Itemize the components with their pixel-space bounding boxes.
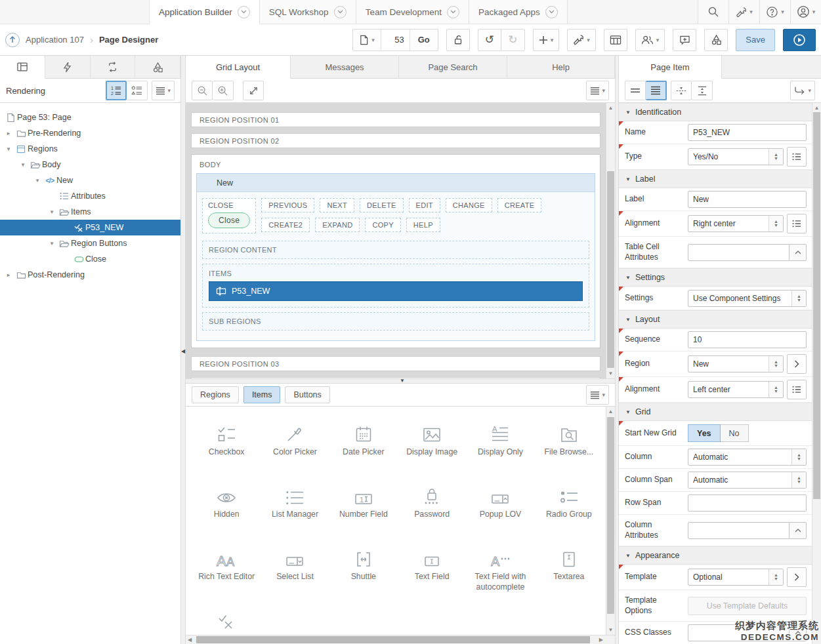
expanded-arrow-icon[interactable]: ▾ bbox=[46, 240, 58, 247]
tab-application-builder[interactable]: Application Builder bbox=[150, 0, 260, 24]
page-number-input[interactable] bbox=[381, 30, 410, 50]
tree-node-p53-new[interactable]: P53_NEW bbox=[0, 220, 180, 235]
chevron-down-icon[interactable] bbox=[447, 6, 459, 18]
gallery-item-password[interactable]: Password bbox=[398, 479, 466, 542]
gallery-item-popup-lov[interactable]: Popup LOV bbox=[466, 479, 534, 542]
gallery-item-display-only[interactable]: A Display Only bbox=[466, 417, 534, 479]
gallery-item-yes-no[interactable]: Yes/No bbox=[192, 604, 261, 635]
user-icon[interactable]: ▾ bbox=[790, 0, 821, 24]
gallery-item-checkbox[interactable]: Checkbox bbox=[192, 417, 261, 479]
scroll-thumb[interactable] bbox=[607, 417, 614, 614]
alignment-list-icon[interactable] bbox=[787, 214, 807, 233]
gallery-tab-regions[interactable]: Regions bbox=[192, 386, 239, 403]
template-select[interactable]: Optional▲▼ bbox=[688, 569, 784, 586]
tab-packaged-apps[interactable]: Packaged Apps bbox=[469, 0, 568, 24]
gallery-item-list-manager[interactable]: List Manager bbox=[261, 479, 329, 542]
zoom-out-icon[interactable] bbox=[192, 81, 213, 100]
use-template-defaults-button[interactable]: Use Template Defaults bbox=[688, 597, 807, 615]
expand-editor-icon[interactable] bbox=[789, 522, 807, 539]
spinner-icon[interactable]: ▲▼ bbox=[768, 382, 783, 397]
tree-node-page[interactable]: Page 53: Page bbox=[0, 110, 180, 125]
expanded-arrow-icon[interactable]: ▾ bbox=[3, 146, 14, 152]
column-attributes-input[interactable] bbox=[688, 522, 789, 539]
gallery-item-text-field[interactable]: Text Field bbox=[398, 542, 466, 604]
breadcrumb-application[interactable]: Application 107 bbox=[26, 35, 84, 45]
order-by-type-icon[interactable] bbox=[127, 81, 148, 100]
alignment-select[interactable]: Right center▲▼ bbox=[688, 215, 784, 232]
grid-columns-icon[interactable] bbox=[604, 29, 627, 51]
region-select[interactable]: New▲▼ bbox=[688, 355, 784, 372]
tree-node-items[interactable]: ▾ Items bbox=[0, 204, 180, 220]
go-to-region-icon[interactable] bbox=[787, 354, 807, 374]
button-slot[interactable]: PREVIOUS bbox=[261, 198, 314, 212]
tab-messages[interactable]: Messages bbox=[291, 56, 399, 78]
gallery-item-number-field[interactable]: 1 Number Field bbox=[329, 479, 398, 542]
gallery-item-hidden[interactable]: Hidden bbox=[192, 479, 261, 542]
gallery-vertical-scrollbar[interactable]: ▲ ▼ bbox=[606, 407, 615, 635]
search-icon[interactable] bbox=[698, 0, 728, 24]
tab-page-shared-components[interactable] bbox=[135, 56, 180, 78]
gallery-tab-items[interactable]: Items bbox=[243, 386, 281, 403]
scroll-right-icon[interactable]: ▶ bbox=[599, 637, 603, 643]
go-to-group-icon[interactable]: ▾ bbox=[790, 81, 815, 100]
chevron-down-icon[interactable] bbox=[545, 6, 558, 18]
spinner-icon[interactable]: ▲▼ bbox=[791, 291, 806, 306]
gallery-item-rich-text-editor[interactable]: AA Rich Text Editor bbox=[192, 542, 261, 604]
section-grid[interactable]: ▼Grid bbox=[619, 403, 812, 421]
section-appearance[interactable]: ▼Appearance bbox=[619, 546, 812, 565]
section-label[interactable]: ▼Label bbox=[619, 170, 812, 188]
tree-node-post-rendering[interactable]: ▸ Post-Rendering bbox=[0, 267, 180, 283]
region-position-02[interactable]: REGION POSITION 02 bbox=[191, 133, 600, 148]
expand-editor-icon[interactable] bbox=[789, 244, 807, 261]
row-span-input[interactable] bbox=[688, 494, 807, 512]
run-button[interactable] bbox=[783, 29, 816, 51]
gallery-horizontal-scrollbar[interactable]: ◀ ▶ bbox=[186, 635, 615, 644]
button-slot[interactable]: CREATE2 bbox=[261, 218, 310, 232]
gallery-item-file-browse[interactable]: File Browse... bbox=[535, 417, 603, 479]
gallery-item-shuttle[interactable]: Shuttle bbox=[329, 542, 398, 604]
page-select-icon[interactable]: ▾ bbox=[353, 30, 381, 50]
collapse-gallery-icon[interactable]: ▼ bbox=[400, 378, 405, 384]
toggle-yes[interactable]: Yes bbox=[688, 424, 721, 442]
button-slot[interactable]: COPY bbox=[365, 218, 400, 232]
menu-icon[interactable]: ▾ bbox=[586, 385, 609, 405]
gallery-tab-buttons[interactable]: Buttons bbox=[285, 386, 329, 403]
button-slot[interactable]: CHANGE bbox=[446, 198, 492, 212]
go-button[interactable]: Go bbox=[410, 30, 438, 50]
collapse-sections-icon[interactable] bbox=[671, 81, 692, 100]
admin-wrench-icon[interactable]: ▾ bbox=[728, 0, 759, 24]
toggle-no[interactable]: No bbox=[721, 424, 749, 442]
create-plus-icon[interactable]: ▾ bbox=[533, 29, 560, 51]
utilities-wrench-icon[interactable]: ▾ bbox=[567, 29, 596, 51]
scroll-down-icon[interactable]: ▼ bbox=[606, 371, 615, 376]
left-splitter[interactable]: ◀ bbox=[180, 56, 186, 644]
spinner-icon[interactable]: ▲▼ bbox=[768, 569, 783, 585]
table-cell-attributes-input[interactable] bbox=[688, 244, 789, 261]
spinner-icon[interactable]: ▲▼ bbox=[768, 149, 783, 165]
chevron-down-icon[interactable] bbox=[334, 6, 347, 18]
comment-plus-icon[interactable] bbox=[673, 29, 696, 51]
region-new-header[interactable]: New bbox=[197, 174, 595, 192]
button-slot[interactable]: DELETE bbox=[360, 198, 404, 212]
go-to-template-icon[interactable] bbox=[787, 567, 807, 587]
settings-select[interactable]: Use Component Settings▲▼ bbox=[688, 290, 807, 307]
section-identification[interactable]: ▼Identification bbox=[619, 103, 812, 121]
properties-vertical-scrollbar[interactable]: ▲ ▼ bbox=[812, 103, 821, 644]
menu-icon[interactable]: ▾ bbox=[586, 81, 609, 100]
region-content-zone[interactable]: REGION CONTENT bbox=[202, 241, 589, 259]
scroll-up-icon[interactable]: ▲ bbox=[606, 105, 615, 111]
region-position-01[interactable]: REGION POSITION 01 bbox=[191, 112, 600, 127]
tab-sql-workshop[interactable]: SQL Workshop bbox=[260, 0, 356, 24]
tab-help[interactable]: Help bbox=[507, 56, 615, 78]
team-icon[interactable]: ▾ bbox=[635, 29, 665, 51]
gallery-item-display-image[interactable]: Display Image bbox=[398, 417, 466, 479]
tree-node-regions[interactable]: ▾ Regions bbox=[0, 141, 180, 157]
tab-dynamic-actions[interactable] bbox=[45, 56, 91, 78]
button-slot[interactable]: EXPAND bbox=[315, 218, 360, 232]
collapse-left-icon[interactable]: ◀ bbox=[181, 348, 185, 354]
undo-icon[interactable]: ↺ bbox=[478, 29, 501, 51]
scroll-down-icon[interactable]: ▼ bbox=[606, 627, 615, 633]
collapsed-arrow-icon[interactable]: ▸ bbox=[3, 130, 14, 136]
label-input[interactable] bbox=[688, 191, 807, 208]
type-select[interactable]: Yes/No▲▼ bbox=[688, 148, 784, 165]
